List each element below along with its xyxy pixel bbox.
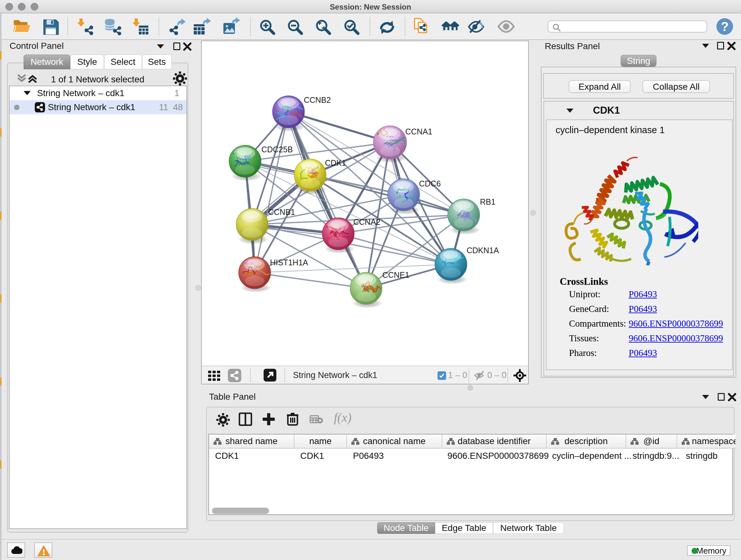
- svg-text:CDKN1A: CDKN1A: [467, 246, 499, 255]
- svg-text:CCNA1: CCNA1: [405, 127, 432, 136]
- svg-text:RB1: RB1: [480, 197, 495, 206]
- svg-text:CDC25B: CDC25B: [261, 145, 293, 154]
- svg-text:CDC6: CDC6: [419, 179, 441, 188]
- svg-text:CCNE1: CCNE1: [382, 270, 409, 279]
- svg-text:CCNB1: CCNB1: [268, 207, 295, 216]
- svg-text:CCNA2: CCNA2: [353, 217, 381, 226]
- svg-text:CCNB2: CCNB2: [304, 96, 331, 105]
- svg-text:?: ?: [721, 19, 729, 34]
- svg-text:CDK1: CDK1: [325, 159, 346, 167]
- svg-text:HIST1H1A: HIST1H1A: [270, 258, 308, 267]
